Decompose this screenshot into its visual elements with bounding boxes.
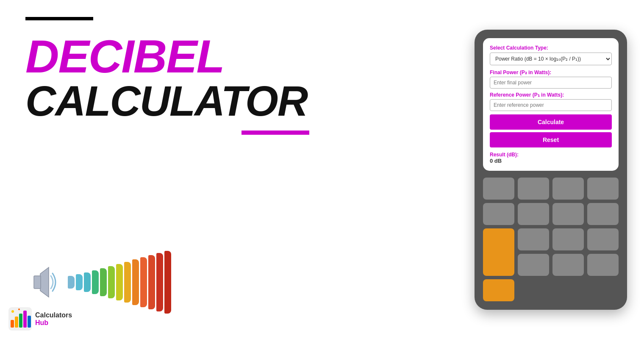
speaker-icon — [25, 263, 64, 301]
svg-rect-6 — [23, 311, 27, 328]
sound-wave-bar — [132, 259, 139, 305]
svg-rect-5 — [19, 314, 22, 328]
logo-text: Calculators Hub — [35, 311, 72, 327]
purple-decorative-bar — [242, 131, 309, 135]
sound-waves — [68, 251, 171, 314]
logo-name-hub: Hub — [35, 319, 72, 327]
calc-key-k16[interactable] — [483, 279, 514, 301]
result-value: 0 dB — [490, 158, 612, 164]
reset-button[interactable]: Reset — [490, 132, 612, 147]
calc-key-k11[interactable] — [587, 228, 619, 250]
calc-key-k14[interactable] — [552, 254, 584, 276]
sound-wave-bar — [84, 272, 91, 292]
svg-rect-4 — [15, 317, 18, 328]
calc-key-k5[interactable] — [483, 203, 514, 225]
svg-rect-7 — [28, 316, 31, 328]
sound-illustration — [25, 251, 171, 314]
calc-key-k6[interactable] — [518, 203, 549, 225]
calc-key-k1[interactable] — [483, 178, 514, 200]
calc-key-k9[interactable] — [518, 228, 549, 250]
svg-rect-1 — [34, 276, 41, 289]
logo-area: Calculators Hub — [8, 307, 72, 331]
svg-point-8 — [11, 310, 14, 313]
left-content-area: DECIBEL CALCULATOR — [0, 0, 466, 339]
calc-key-k10[interactable] — [552, 228, 584, 250]
logo-icon — [8, 307, 32, 331]
sound-wave-bar — [124, 262, 131, 303]
result-label: Result (dB): — [490, 152, 612, 158]
sound-wave-bar — [92, 270, 99, 294]
reference-power-input[interactable] — [490, 99, 612, 111]
svg-point-9 — [18, 308, 20, 310]
calculation-type-select[interactable]: Power Ratio (dB = 10 × log₁₀(P₂ / P₁)) — [490, 53, 612, 65]
calc-key-k3[interactable] — [552, 178, 584, 200]
calculator-device: Select Calculation Type: Power Ratio (dB… — [475, 30, 627, 310]
final-power-label: Final Power (P₂ in Watts): — [490, 69, 612, 75]
svg-rect-3 — [11, 320, 14, 328]
sound-wave-bar — [108, 266, 115, 298]
reference-power-label: Reference Power (P₁ in Watts): — [490, 92, 612, 98]
sound-wave-bar — [76, 274, 83, 290]
sound-wave-bar — [100, 268, 107, 296]
calculator-screen: Select Calculation Type: Power Ratio (dB… — [483, 38, 619, 171]
right-area: Select Calculation Type: Power Ratio (dB… — [466, 17, 644, 322]
calc-key-k4[interactable] — [587, 178, 619, 200]
calc-key-k7[interactable] — [552, 203, 584, 225]
title-decibel: DECIBEL — [25, 33, 441, 80]
calculate-button[interactable]: Calculate — [490, 114, 612, 130]
calc-key-k2[interactable] — [518, 178, 549, 200]
svg-marker-0 — [40, 267, 49, 297]
logo-name-calculators: Calculators — [35, 311, 72, 319]
calculator-keypad — [483, 178, 619, 301]
calc-key-k13[interactable] — [518, 254, 549, 276]
calc-key-k12[interactable] — [483, 228, 514, 276]
sound-wave-bar — [156, 253, 163, 311]
sound-wave-bar — [148, 255, 155, 309]
sound-wave-bar — [164, 251, 171, 314]
calc-key-k15[interactable] — [587, 254, 619, 276]
sound-wave-bar — [140, 257, 147, 307]
title-calculator: CALCULATOR — [25, 80, 441, 122]
calc-key-k8[interactable] — [587, 203, 619, 225]
final-power-input[interactable] — [490, 77, 612, 89]
select-calc-type-label: Select Calculation Type: — [490, 45, 612, 51]
top-decorative-line — [25, 17, 93, 20]
sound-wave-bar — [68, 276, 75, 289]
sound-wave-bar — [116, 264, 123, 300]
